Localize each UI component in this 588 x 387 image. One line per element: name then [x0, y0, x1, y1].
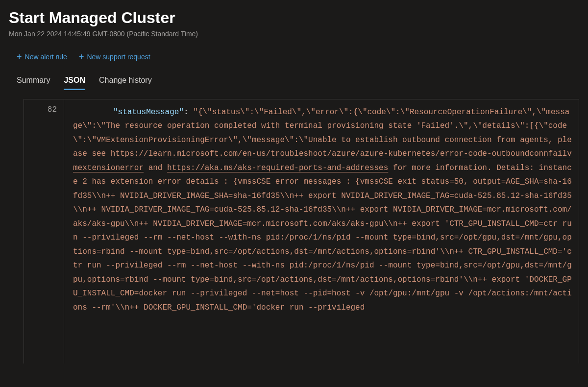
line-gutter: 82 — [24, 99, 64, 363]
new-alert-rule-button[interactable]: + New alert rule — [17, 52, 67, 61]
plus-icon: + — [17, 52, 22, 61]
tab-bar: Summary JSON Change history — [9, 76, 579, 90]
page-title: Start Managed Cluster — [9, 9, 579, 27]
new-support-request-button[interactable]: + New support request — [79, 52, 150, 61]
json-value-post: for more information. Details: instance … — [73, 164, 572, 312]
page-timestamp: Mon Jan 22 2024 14:45:49 GMT-0800 (Pacif… — [9, 30, 579, 38]
line-number: 82 — [24, 105, 57, 114]
plus-icon: + — [79, 52, 84, 61]
code-content[interactable]: "statusMessage": "{\"status\":\"Failed\"… — [64, 99, 579, 363]
new-alert-rule-label: New alert rule — [25, 53, 67, 61]
new-support-request-label: New support request — [87, 53, 150, 61]
tab-change-history[interactable]: Change history — [99, 76, 152, 90]
json-link-2[interactable]: https://aka.ms/aks-required-ports-and-ad… — [167, 164, 388, 172]
json-mid-1: and — [144, 164, 167, 172]
json-viewer: 82 "statusMessage": "{\"status\":\"Faile… — [24, 99, 579, 363]
tab-json[interactable]: JSON — [64, 76, 85, 90]
page-header: Start Managed Cluster Mon Jan 22 2024 14… — [9, 9, 579, 38]
action-toolbar: + New alert rule + New support request — [9, 52, 579, 61]
tab-summary[interactable]: Summary — [17, 76, 50, 90]
json-colon: : — [184, 108, 193, 117]
json-key: "statusMessage" — [113, 108, 184, 117]
